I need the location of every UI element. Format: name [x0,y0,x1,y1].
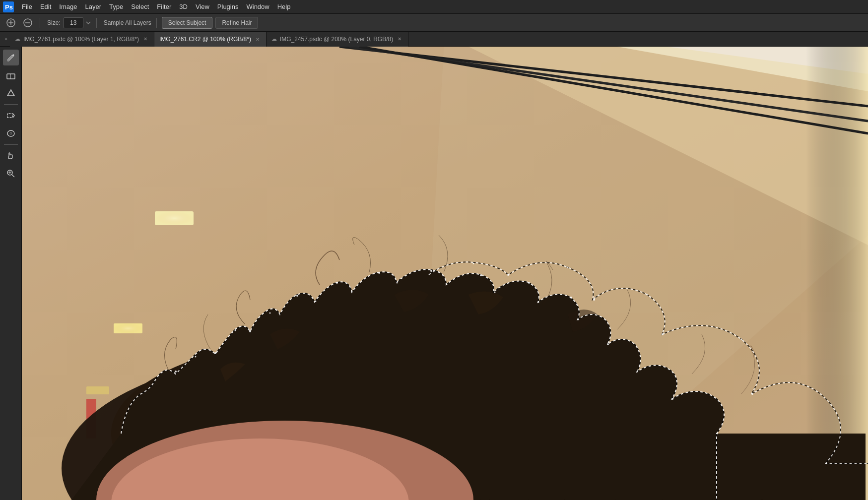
size-input-wrapper [64,17,91,28]
tab-1-label: IMG_2761.psdc @ 100% (Layer 1, RGB/8*) [23,36,139,43]
svg-point-54 [397,282,398,284]
svg-point-69 [567,267,569,268]
svg-point-72 [662,333,664,335]
svg-point-48 [269,312,271,314]
toolbox-sep-2 [4,144,18,145]
sample-all-layers-label: Sample All Layers [104,19,151,26]
menu-window[interactable]: Window [242,2,273,11]
svg-point-51 [336,282,338,284]
tab-collapse-button[interactable]: » [2,32,10,47]
svg-rect-11 [7,114,12,118]
toolbar-sep-2 [96,18,97,28]
menu-select[interactable]: Select [127,2,153,11]
tab-img-2457-psdc[interactable]: ☁ IMG_2457.psdc @ 200% (Layer 0, RGB/8) … [267,32,408,47]
svg-rect-8 [7,74,15,79]
svg-point-7 [7,60,9,62]
menu-3d[interactable]: 3D [175,2,192,11]
svg-point-52 [351,291,353,293]
toolbar-sep-1 [40,18,40,28]
transform-tool-button[interactable] [3,108,19,124]
svg-point-44 [195,356,197,358]
size-label: Size: [47,19,61,26]
svg-point-58 [494,292,496,293]
svg-point-73 [741,339,742,340]
svg-point-45 [214,352,216,354]
toolbar-sep-3 [156,18,157,28]
svg-point-43 [175,371,177,373]
left-toolbox [0,47,22,500]
svg-point-56 [446,284,448,285]
cloud-icon-1: ☁ [15,36,20,42]
select-subject-button[interactable]: Select Subject [162,17,213,29]
menu-layer[interactable]: Layer [81,2,106,11]
lasso-tool-button[interactable] [3,125,19,141]
zoom-tool-button[interactable] [3,166,19,182]
tab-img-2761-cr2[interactable]: IMG_2761.CR2 @ 100% (RGB/8*) ✕ [154,32,267,47]
svg-point-60 [538,302,539,303]
svg-rect-42 [22,47,868,500]
svg-point-74 [751,393,753,395]
menu-plugins[interactable]: Plugins [213,2,243,11]
menu-edit[interactable]: Edit [36,2,55,11]
paint-tool-button[interactable] [3,85,19,101]
svg-point-71 [647,294,648,296]
svg-point-75 [826,463,827,464]
menu-help[interactable]: Help [273,2,295,11]
menu-filter[interactable]: Filter [153,2,175,11]
svg-point-57 [480,274,482,276]
tab-bar: » ☁ IMG_2761.psdc @ 100% (Layer 1, RGB/8… [0,32,868,47]
svg-point-63 [607,343,609,345]
svg-point-47 [249,330,251,332]
refine-hair-button[interactable]: Refine Hair [215,17,258,29]
svg-point-50 [315,301,317,302]
svg-point-68 [507,274,509,276]
canvas-image [22,47,868,500]
svg-point-55 [430,270,432,272]
eraser-tool-button[interactable] [3,67,19,83]
svg-point-46 [235,330,236,331]
tab-3-close[interactable]: ✕ [396,36,403,43]
menu-type[interactable]: Type [105,2,127,11]
svg-point-64 [637,371,638,373]
main-layout [0,47,868,500]
hand-tool-button[interactable] [3,148,19,164]
svg-point-49 [296,295,298,297]
tab-2-close[interactable]: ✕ [254,36,261,43]
svg-point-67 [473,263,474,264]
menu-file[interactable]: File [18,2,36,11]
svg-text:Ps: Ps [5,3,13,11]
svg-point-70 [593,299,595,301]
size-input[interactable] [64,17,83,28]
tab-3-label: IMG_2457.psdc @ 200% (Layer 0, RGB/8) [280,36,393,43]
app-icon: Ps [3,1,14,12]
svg-line-15 [12,175,14,177]
tab-1-close[interactable]: ✕ [142,36,149,43]
svg-point-53 [378,272,380,274]
svg-point-62 [578,319,579,320]
cloud-icon-3: ☁ [271,36,277,42]
svg-point-12 [7,130,14,136]
canvas-area[interactable] [22,47,868,500]
menu-view[interactable]: View [192,2,213,11]
svg-point-59 [528,282,530,284]
toolbox-sep-1 [4,104,18,105]
brush-subtract-icon[interactable] [21,16,35,30]
brush-add-icon[interactable] [4,16,18,30]
svg-point-65 [671,398,673,400]
svg-point-13 [10,132,12,134]
menu-image[interactable]: Image [55,2,81,11]
svg-point-66 [717,433,718,435]
toolbar: Size: Sample All Layers Select Subject R… [0,14,868,32]
svg-point-61 [570,297,572,299]
brush-tool-button[interactable] [3,50,19,65]
tab-2-label: IMG_2761.CR2 @ 100% (RGB/8*) [159,36,251,43]
tab-img-2761-psdc[interactable]: ☁ IMG_2761.psdc @ 100% (Layer 1, RGB/8*)… [10,32,154,47]
menu-bar: Ps File Edit Image Layer Type Select Fil… [0,0,868,14]
